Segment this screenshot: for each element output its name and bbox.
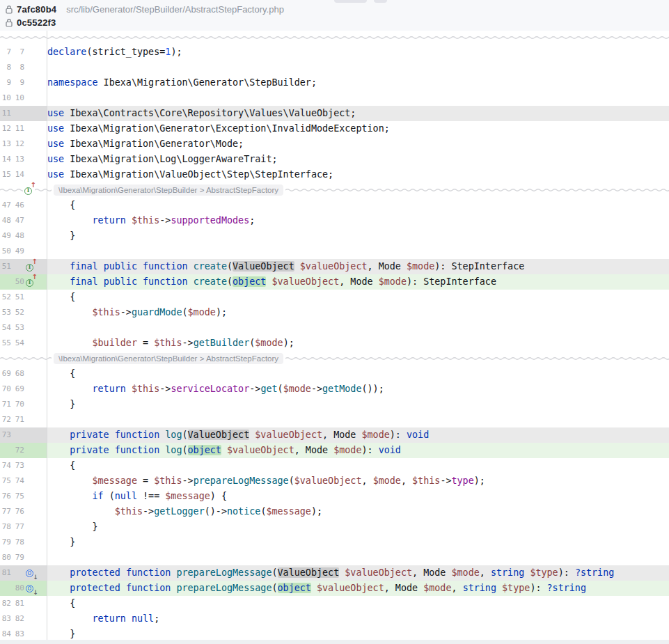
code-token: use <box>47 123 64 134</box>
line-number-new: 52 <box>13 305 24 320</box>
line-number-old: 50 <box>0 244 11 259</box>
collapsed-region: I↑\Ibexa\Migration\Generator\StepBuilder… <box>0 182 669 198</box>
code-token: $type <box>530 567 558 578</box>
code-token: Ibexa\Migration\Generator\Exception\Inva… <box>64 123 390 134</box>
line-number-old: 14 <box>0 152 11 167</box>
code-token: void <box>379 445 401 455</box>
code-token: -> <box>249 384 260 394</box>
diff-header: 7afc80b4 src/lib/Generator/StepBuilder/A… <box>0 0 669 31</box>
implements-icon[interactable]: I↑ <box>26 276 36 288</box>
code-token <box>120 583 126 593</box>
gutter: 7170 <box>0 397 47 412</box>
gutter: 1211 <box>0 121 47 136</box>
code-token: ); <box>216 307 227 317</box>
gutter: 5251 <box>0 290 47 305</box>
code-token: { <box>47 200 75 210</box>
code-token <box>47 491 93 501</box>
line-number-old: 74 <box>0 458 11 473</box>
code-token: , Mode <box>412 567 451 578</box>
code-token: $message <box>266 506 311 517</box>
implements-icon[interactable]: I↑ <box>24 184 35 196</box>
line-number-old: 71 <box>0 397 11 412</box>
code-token <box>47 276 70 287</box>
code-token: final <box>70 276 97 287</box>
code-line: return null; <box>47 611 669 627</box>
collapsed-region <box>0 31 669 45</box>
line-number-new: 11 <box>13 121 24 136</box>
code-token: guardMode <box>132 307 182 317</box>
code-token: log <box>165 445 182 455</box>
code-token: public <box>104 261 137 272</box>
code-token: $this <box>93 307 120 317</box>
line-number-new: 54 <box>13 336 24 351</box>
code-token: $message <box>93 476 138 486</box>
code-token: ()-> <box>205 506 227 517</box>
code-token: prepareLogMessage <box>176 567 271 578</box>
line-number-old: 11 <box>0 106 11 121</box>
line-number-new: 13 <box>13 152 24 167</box>
line-number-old: 80 <box>0 550 11 565</box>
code-token: } <box>47 399 75 409</box>
commit-hash-a: 7afc80b4 <box>17 4 56 15</box>
line-number-old: 54 <box>0 320 11 336</box>
diff-row: 99namespace Ibexa\Migration\Generator\St… <box>0 75 669 91</box>
diff-row: 88 <box>0 60 669 75</box>
line-number-old: 8 <box>0 60 11 75</box>
code-token: use <box>47 108 64 118</box>
line-number-old: 79 <box>0 535 11 550</box>
breadcrumb[interactable]: \Ibexa\Migration\Generator\StepBuilder >… <box>54 184 283 196</box>
code-token: return <box>93 384 126 394</box>
scrollbar-track[interactable] <box>0 640 669 644</box>
code-line: $builder = $this->getBuilder($mode); <box>47 336 669 351</box>
breadcrumb[interactable]: \Ibexa\Migration\Generator\StepBuilder >… <box>54 353 283 364</box>
gutter: 4746 <box>0 198 47 213</box>
gutter: 50I↑ <box>0 274 47 290</box>
line-number-new: 53 <box>13 320 24 336</box>
code-token <box>188 276 194 287</box>
line-number-old: 49 <box>0 228 11 244</box>
diff-row: 5049 <box>0 244 669 259</box>
code-token: function <box>143 276 188 287</box>
gutter: 51I↑ <box>0 259 47 274</box>
code-token: -> <box>120 307 132 317</box>
code-line <box>47 412 669 427</box>
overridden-icon[interactable]: ↓ <box>26 583 36 595</box>
code-token: log <box>165 430 182 440</box>
code-token: !== <box>137 491 165 501</box>
code-token: getBuilder <box>194 338 250 348</box>
code-token <box>98 276 104 287</box>
line-number-new: 70 <box>13 397 24 412</box>
diff-rows: 77declare(strict_types=1);8899namespace … <box>0 31 669 642</box>
code-token: string <box>463 583 496 593</box>
line-number-old: 81 <box>0 565 11 581</box>
code-token: $mode <box>407 261 434 272</box>
code-token: declare <box>47 47 86 57</box>
code-token: -> <box>182 338 194 348</box>
implements-icon[interactable]: I↑ <box>26 261 36 273</box>
code-token <box>294 261 300 272</box>
code-token: function <box>115 430 160 440</box>
gutter: 4948 <box>0 228 47 244</box>
line-number-new: 7 <box>13 45 24 60</box>
diff-row: 72 private function log(object $valueObj… <box>0 443 669 458</box>
line-number-new: 73 <box>13 458 24 473</box>
diff-row: 6968 { <box>0 366 669 382</box>
diff-row: 5251 { <box>0 290 669 305</box>
gutter: 72 <box>0 443 47 458</box>
code-token: prepareLogMessage <box>176 583 271 593</box>
code-token <box>266 276 271 287</box>
code-token: prepareLogMessage <box>194 476 289 486</box>
code-token <box>126 384 132 394</box>
diff-row: 4948 } <box>0 228 669 244</box>
code-token: protected <box>70 567 120 578</box>
overridden-icon[interactable]: ↓ <box>26 567 36 579</box>
diff-row: 7574 $message = $this->prepareLogMessage… <box>0 473 669 489</box>
line-number-old: 75 <box>0 473 11 489</box>
line-number-new: 79 <box>13 550 24 565</box>
diff-row: 5352 $this->guardMode($mode); <box>0 305 669 320</box>
code-token: ); <box>283 338 294 348</box>
code-line: return $this->supportedModes; <box>47 213 669 228</box>
code-token: $mode <box>333 445 361 455</box>
code-token: = <box>137 338 154 348</box>
code-token: $builder <box>93 338 138 348</box>
